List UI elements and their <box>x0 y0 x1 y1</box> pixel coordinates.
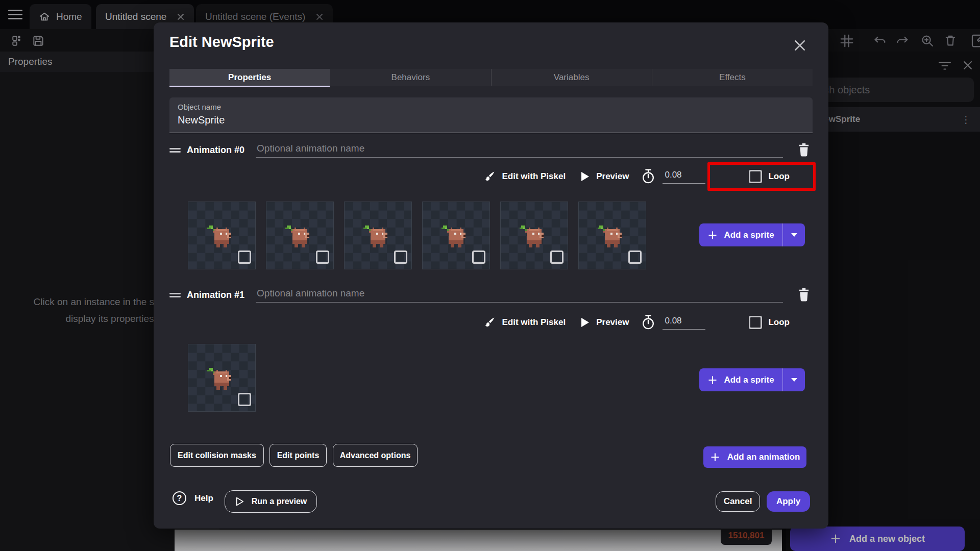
drag-handle-icon[interactable] <box>169 291 181 299</box>
pig-sprite-image <box>283 226 313 249</box>
apply-button[interactable]: Apply <box>767 491 810 512</box>
loop-checkbox[interactable] <box>749 316 762 329</box>
object-name-field[interactable]: Object name <box>169 97 813 133</box>
play-icon <box>580 317 590 328</box>
frame-duration-input[interactable] <box>663 170 705 184</box>
brush-icon <box>483 170 496 183</box>
sprite-frame[interactable] <box>500 202 568 269</box>
loop-control: Loop <box>707 308 816 337</box>
animation-1-frames <box>188 344 256 412</box>
animation-1-tools: Edit with Piskel Preview Loop <box>483 308 816 337</box>
add-sprite-button[interactable]: Add a sprite <box>699 223 805 246</box>
brush-icon <box>483 316 496 329</box>
frame-checkbox[interactable] <box>238 393 251 406</box>
animation-1-header: Animation #1 <box>169 286 813 304</box>
gdevelop-app: Home Untitled scene Untitled scene (Even… <box>0 0 980 551</box>
animation-name-input[interactable] <box>256 288 783 303</box>
frame-checkbox[interactable] <box>316 251 329 264</box>
loop-checkbox[interactable] <box>749 170 762 183</box>
close-dialog-icon[interactable] <box>792 38 807 53</box>
dialog-tabs: Properties Behaviors Variables Effects <box>169 69 813 86</box>
add-sprite-dropdown[interactable] <box>782 223 805 246</box>
pig-sprite-image <box>361 226 391 249</box>
plus-icon <box>707 375 718 385</box>
edit-with-piskel-button[interactable]: Edit with Piskel <box>483 170 566 183</box>
run-preview-button[interactable]: Run a preview <box>225 490 317 513</box>
animation-0-frames <box>188 202 646 269</box>
preview-button[interactable]: Preview <box>580 317 629 328</box>
cancel-button[interactable]: Cancel <box>716 491 760 512</box>
animation-label: Animation #0 <box>187 145 244 156</box>
add-sprite-dropdown[interactable] <box>782 368 805 391</box>
frame-duration-input[interactable] <box>663 316 705 330</box>
sprite-frame[interactable] <box>266 202 334 269</box>
dialog-title: Edit NewSprite <box>169 34 274 51</box>
chevron-down-icon <box>791 233 798 237</box>
preview-button[interactable]: Preview <box>580 171 629 182</box>
pig-sprite-image <box>439 226 469 249</box>
edit-points-button[interactable]: Edit points <box>270 444 327 467</box>
sprite-frame[interactable] <box>344 202 412 269</box>
tab-properties[interactable]: Properties <box>169 69 330 86</box>
question-icon: ? <box>173 491 186 505</box>
plus-icon <box>710 452 720 462</box>
trash-icon <box>797 143 811 157</box>
timer-icon <box>641 169 655 184</box>
pig-sprite-image <box>518 226 547 249</box>
advanced-options-button[interactable]: Advanced options <box>333 444 418 467</box>
frame-checkbox[interactable] <box>238 251 251 264</box>
drag-handle-icon[interactable] <box>169 146 181 154</box>
tab-behaviors[interactable]: Behaviors <box>330 69 491 86</box>
trash-icon <box>797 288 811 302</box>
object-name-label: Object name <box>178 103 804 111</box>
edit-collision-masks-button[interactable]: Edit collision masks <box>170 444 264 467</box>
plus-icon <box>707 230 718 240</box>
loop-label: Loop <box>768 171 790 182</box>
frame-checkbox[interactable] <box>628 251 642 264</box>
loop-label: Loop <box>768 317 790 328</box>
play-icon <box>580 171 590 182</box>
pig-sprite-image <box>205 368 235 392</box>
frame-checkbox[interactable] <box>472 251 485 264</box>
frame-checkbox[interactable] <box>394 251 407 264</box>
edit-with-piskel-button[interactable]: Edit with Piskel <box>483 316 566 329</box>
edit-sprite-dialog: Edit NewSprite Properties Behaviors Vari… <box>154 22 828 529</box>
pig-sprite-image <box>205 226 235 249</box>
tab-variables[interactable]: Variables <box>491 69 652 86</box>
sprite-frame[interactable] <box>578 202 646 269</box>
help-button[interactable]: ? Help <box>169 491 216 506</box>
timer-icon <box>641 315 655 330</box>
frame-checkbox[interactable] <box>550 251 564 264</box>
sprite-frame[interactable] <box>422 202 490 269</box>
sprite-frame[interactable] <box>188 202 256 269</box>
loop-highlight-annotation: Loop <box>707 162 816 191</box>
delete-animation-button[interactable] <box>797 142 813 158</box>
delete-animation-button[interactable] <box>797 287 813 303</box>
play-outline-icon <box>235 496 244 507</box>
add-animation-button[interactable]: Add an animation <box>703 446 806 468</box>
animation-0-header: Animation #0 <box>169 141 813 159</box>
pig-sprite-image <box>596 226 625 249</box>
animation-0-tools: Edit with Piskel Preview Loop <box>483 162 816 191</box>
sprite-frame[interactable] <box>188 344 256 412</box>
animation-name-input[interactable] <box>256 143 783 158</box>
tab-effects[interactable]: Effects <box>652 69 813 86</box>
animation-label: Animation #1 <box>187 290 244 300</box>
chevron-down-icon <box>791 378 798 382</box>
object-name-input[interactable] <box>178 114 804 126</box>
add-sprite-button[interactable]: Add a sprite <box>699 368 805 391</box>
